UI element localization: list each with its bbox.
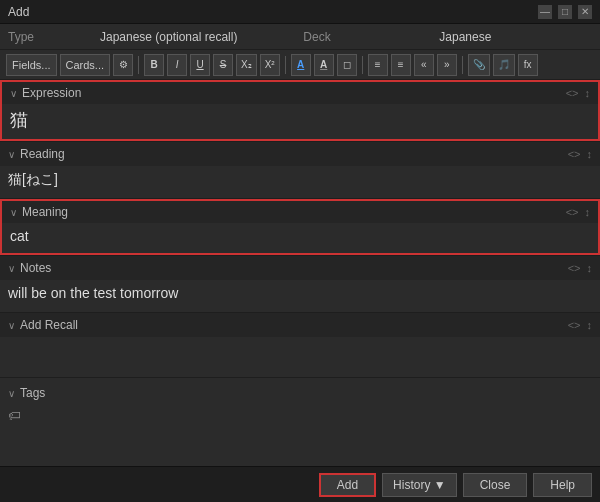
gear-icon[interactable]: ⚙ (113, 54, 133, 76)
indent-increase-button[interactable]: » (437, 54, 457, 76)
section-meaning-header: ∨ Meaning <> ↕ (0, 199, 600, 223)
section-notes: ∨ Notes <> ↕ will be on the test tomorro… (0, 256, 600, 313)
bottom-bar: Add History ▼ Close Help (0, 466, 600, 502)
unordered-list-button[interactable]: ≡ (391, 54, 411, 76)
expression-code-icon[interactable]: <> (566, 87, 579, 99)
reading-value[interactable]: 猫[ねこ] (8, 170, 592, 190)
notes-value[interactable]: will be on the test tomorrow (8, 284, 592, 304)
media-button[interactable]: 🎵 (493, 54, 515, 76)
type-value[interactable]: Japanese (optional recall) (42, 30, 295, 44)
indent-decrease-button[interactable]: « (414, 54, 434, 76)
add-recall-chevron-icon: ∨ (8, 320, 15, 331)
type-deck-row: Type Japanese (optional recall) Deck Jap… (0, 24, 600, 50)
help-button[interactable]: Help (533, 473, 592, 497)
expression-chevron-icon: ∨ (10, 88, 17, 99)
section-expression-content[interactable]: 猫 (0, 104, 600, 141)
formula-button[interactable]: fx (518, 54, 538, 76)
section-add-recall: ∨ Add Recall <> ↕ (0, 313, 600, 378)
main-content: ∨ Expression <> ↕ 猫 ∨ Reading <> ↕ 猫[ねこ] (0, 80, 600, 466)
fields-button[interactable]: Fields... (6, 54, 57, 76)
expression-pin-icon[interactable]: ↕ (585, 87, 591, 99)
tags-section: ∨ Tags 🏷 (0, 378, 600, 431)
expression-title: Expression (22, 86, 81, 100)
section-add-recall-content[interactable] (0, 337, 600, 377)
meaning-chevron-icon: ∨ (10, 207, 17, 218)
close-button[interactable]: ✕ (578, 5, 592, 19)
section-reading-header: ∨ Reading <> ↕ (0, 142, 600, 166)
meaning-pin-icon[interactable]: ↕ (585, 206, 591, 218)
underline-button[interactable]: U (190, 54, 210, 76)
section-add-recall-header: ∨ Add Recall <> ↕ (0, 313, 600, 337)
section-expression-header: ∨ Expression <> ↕ (0, 80, 600, 104)
superscript-button[interactable]: X² (260, 54, 280, 76)
section-notes-content[interactable]: will be on the test tomorrow (0, 280, 600, 312)
add-recall-title: Add Recall (20, 318, 78, 332)
section-reading-content[interactable]: 猫[ねこ] (0, 166, 600, 198)
deck-value[interactable]: Japanese (339, 30, 592, 44)
minimize-button[interactable]: — (538, 5, 552, 19)
section-meaning-content[interactable]: cat (0, 223, 600, 255)
reading-chevron-icon: ∨ (8, 149, 15, 160)
toolbar-separator-3 (362, 56, 363, 74)
reading-pin-icon[interactable]: ↕ (587, 148, 593, 160)
title-bar: Add — □ ✕ (0, 0, 600, 24)
ordered-list-button[interactable]: ≡ (368, 54, 388, 76)
section-notes-header: ∨ Notes <> ↕ (0, 256, 600, 280)
attach-button[interactable]: 📎 (468, 54, 490, 76)
toolbar-separator-4 (462, 56, 463, 74)
add-recall-code-icon[interactable]: <> (568, 319, 581, 331)
section-meaning: ∨ Meaning <> ↕ cat (0, 199, 600, 256)
tags-content[interactable]: 🏷 (8, 404, 592, 427)
italic-button[interactable]: I (167, 54, 187, 76)
toolbar: Fields... Cards... ⚙ B I U S X₂ X² A A ◻… (0, 50, 600, 80)
meaning-value[interactable]: cat (10, 227, 590, 247)
notes-chevron-icon: ∨ (8, 263, 15, 274)
highlight-color-button[interactable]: A (314, 54, 334, 76)
add-recall-pin-icon[interactable]: ↕ (587, 319, 593, 331)
notes-title: Notes (20, 261, 51, 275)
close-button-bottom[interactable]: Close (463, 473, 528, 497)
deck-label: Deck (303, 30, 330, 44)
subscript-button[interactable]: X₂ (236, 54, 257, 76)
bold-button[interactable]: B (144, 54, 164, 76)
notes-code-icon[interactable]: <> (568, 262, 581, 274)
type-label: Type (8, 30, 34, 44)
strikethrough-button[interactable]: S (213, 54, 233, 76)
maximize-button[interactable]: □ (558, 5, 572, 19)
font-color-button[interactable]: A (291, 54, 311, 76)
tags-chevron-icon: ∨ (8, 388, 15, 399)
notes-pin-icon[interactable]: ↕ (587, 262, 593, 274)
add-button[interactable]: Add (319, 473, 376, 497)
eraser-button[interactable]: ◻ (337, 54, 357, 76)
section-reading: ∨ Reading <> ↕ 猫[ねこ] (0, 142, 600, 199)
tag-icon: 🏷 (8, 408, 21, 423)
window-controls: — □ ✕ (538, 5, 592, 19)
meaning-title: Meaning (22, 205, 68, 219)
toolbar-separator-2 (285, 56, 286, 74)
tags-title: Tags (20, 386, 45, 400)
cards-button[interactable]: Cards... (60, 54, 111, 76)
reading-title: Reading (20, 147, 65, 161)
toolbar-separator-1 (138, 56, 139, 74)
history-button[interactable]: History ▼ (382, 473, 457, 497)
section-expression: ∨ Expression <> ↕ 猫 (0, 80, 600, 142)
reading-code-icon[interactable]: <> (568, 148, 581, 160)
meaning-code-icon[interactable]: <> (566, 206, 579, 218)
expression-value[interactable]: 猫 (10, 108, 590, 133)
tags-header: ∨ Tags (8, 382, 592, 404)
window-title: Add (8, 5, 29, 19)
